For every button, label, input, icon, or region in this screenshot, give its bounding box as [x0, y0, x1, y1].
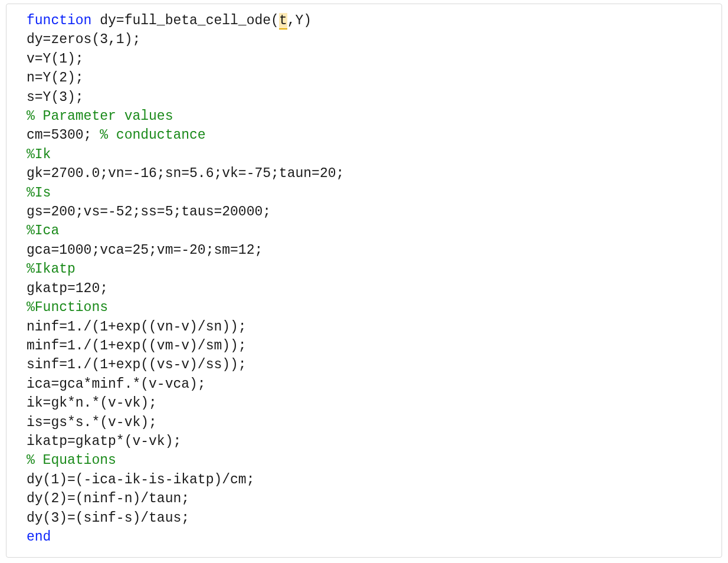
code-token-txt: gk=2700.0;vn=-16;sn=5.6;vk=-75;taun=20;: [27, 166, 344, 181]
code-token-cm: %Ica: [27, 223, 59, 238]
code-token-txt: minf=1./(1+exp((vm-v)/sm));: [27, 338, 247, 353]
code-token-cm: %Is: [27, 185, 51, 201]
code-token-txt: ica=gca*minf.*(v-vca);: [27, 377, 206, 392]
code-token-txt: n=Y(2);: [27, 70, 84, 86]
code-token-cm: % Parameter values: [27, 109, 173, 124]
code-token-txt: dy(2)=(ninf-n)/taun;: [27, 491, 189, 506]
code-token-txt: ikatp=gkatp*(v-vk);: [27, 434, 181, 449]
code-token-txt: gs=200;vs=-52;ss=5;taus=20000;: [27, 204, 271, 220]
code-token-txt: v=Y(1);: [27, 51, 84, 67]
code-token-txt: cm=5300;: [27, 127, 100, 143]
code-token-txt: gkatp=120;: [27, 281, 108, 296]
code-token-txt: is=gs*s.*(v-vk);: [27, 415, 157, 430]
code-token-txt: dy=zeros(3,1);: [27, 32, 140, 47]
code-token-kw: end: [27, 529, 51, 545]
code-token-kw: function: [27, 13, 91, 28]
code-token-txt: gca=1000;vca=25;vm=-20;sm=12;: [27, 243, 263, 258]
code-token-txt: dy=full_beta_cell_ode(: [91, 13, 278, 28]
code-token-txt: s=Y(3);: [27, 90, 84, 105]
code-token-cm: % Equations: [27, 453, 116, 468]
code-token-txt: sinf=1./(1+exp((vs-v)/ss));: [27, 357, 247, 372]
code-token-cm: % conductance: [100, 127, 205, 143]
code-token-txt: dy(3)=(sinf-s)/taus;: [27, 510, 189, 526]
code-frame: function dy=full_beta_cell_ode(t,Y) dy=z…: [6, 4, 722, 558]
code-token-cm: %Functions: [27, 300, 108, 315]
code-token-txt: ik=gk*n.*(v-vk);: [27, 395, 157, 411]
code-token-txt: dy(1)=(-ica-ik-is-ikatp)/cm;: [27, 472, 254, 487]
code-token-cm: %Ikatp: [27, 261, 76, 277]
code-token-txt: ninf=1./(1+exp((vn-v)/sn));: [27, 319, 247, 335]
code-token-cm: %Ik: [27, 147, 51, 162]
code-token-txt: ,Y): [287, 13, 311, 28]
code-token-warn: t: [279, 13, 287, 30]
code-block: function dy=full_beta_cell_ode(t,Y) dy=z…: [6, 11, 722, 546]
